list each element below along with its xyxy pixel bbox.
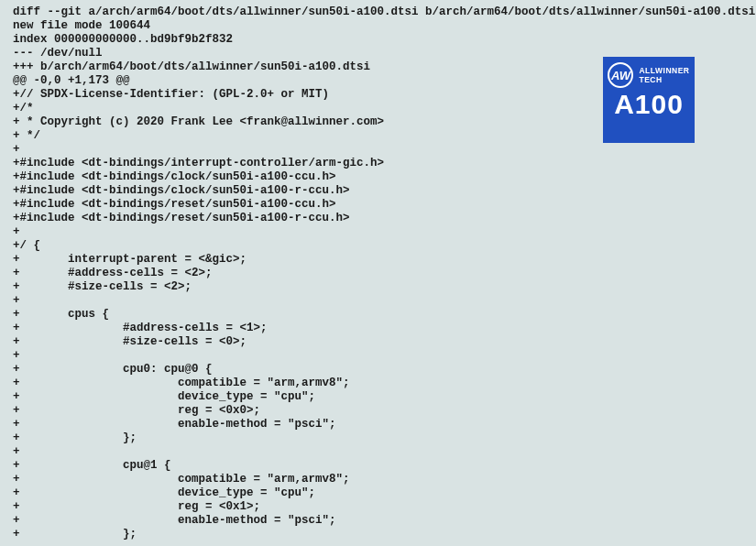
diff-line: + }; — [13, 528, 743, 541]
diff-line: +#include <dt-bindings/reset/sun50i-a100… — [13, 198, 743, 212]
diff-line: + }; — [13, 431, 743, 445]
diff-line: + — [13, 349, 743, 363]
diff-line: + #size-cells = <0>; — [13, 335, 743, 349]
diff-line: + enable-method = "psci"; — [13, 514, 743, 528]
allwinner-aw-icon: AW — [608, 62, 633, 88]
logo-chip-name: A100 — [614, 97, 684, 111]
logo-brand-line2: TECH — [639, 75, 689, 84]
diff-line: + device_type = "cpu"; — [13, 486, 743, 500]
diff-line: +#include <dt-bindings/clock/sun50i-a100… — [13, 184, 743, 198]
diff-line: + — [13, 445, 743, 459]
diff-line: + cpu0: cpu@0 { — [13, 363, 743, 377]
diff-line: +#include <dt-bindings/clock/sun50i-a100… — [13, 170, 743, 184]
diff-line: + device_type = "cpu"; — [13, 390, 743, 404]
diff-line: + #address-cells = <1>; — [13, 322, 743, 335]
diff-line: +#include <dt-bindings/reset/sun50i-a100… — [13, 212, 743, 225]
diff-line: + — [13, 294, 743, 308]
diff-line: new file mode 100644 — [13, 19, 743, 33]
diff-line: + reg = <0x0>; — [13, 404, 743, 418]
diff-line: + compatible = "arm,armv8"; — [13, 473, 743, 486]
logo-top-row: AW ALLWINNER TECH — [608, 62, 689, 88]
diff-line: + interrupt-parent = <&gic>; — [13, 253, 743, 267]
logo-aw-text: AW — [611, 69, 630, 82]
diff-line: + #address-cells = <2>; — [13, 267, 743, 280]
diff-line: + #size-cells = <2>; — [13, 280, 743, 294]
diff-line: +/ { — [13, 239, 743, 253]
allwinner-logo-badge: AW ALLWINNER TECH A100 — [603, 57, 695, 143]
diff-line: + — [13, 225, 743, 239]
diff-line: diff --git a/arch/arm64/boot/dts/allwinn… — [13, 5, 743, 19]
logo-brand-line1: ALLWINNER — [639, 66, 689, 75]
diff-line: + cpu@1 { — [13, 459, 743, 473]
diff-line: index 000000000000..bd9bf9b2f832 — [13, 33, 743, 47]
diff-line: + — [13, 143, 743, 157]
diff-line: + compatible = "arm,armv8"; — [13, 377, 743, 390]
diff-line: + cpus { — [13, 308, 743, 322]
diff-line: + enable-method = "psci"; — [13, 418, 743, 431]
logo-brand-text: ALLWINNER TECH — [639, 66, 689, 84]
diff-line: +#include <dt-bindings/interrupt-control… — [13, 157, 743, 170]
diff-line: + reg = <0x1>; — [13, 500, 743, 514]
